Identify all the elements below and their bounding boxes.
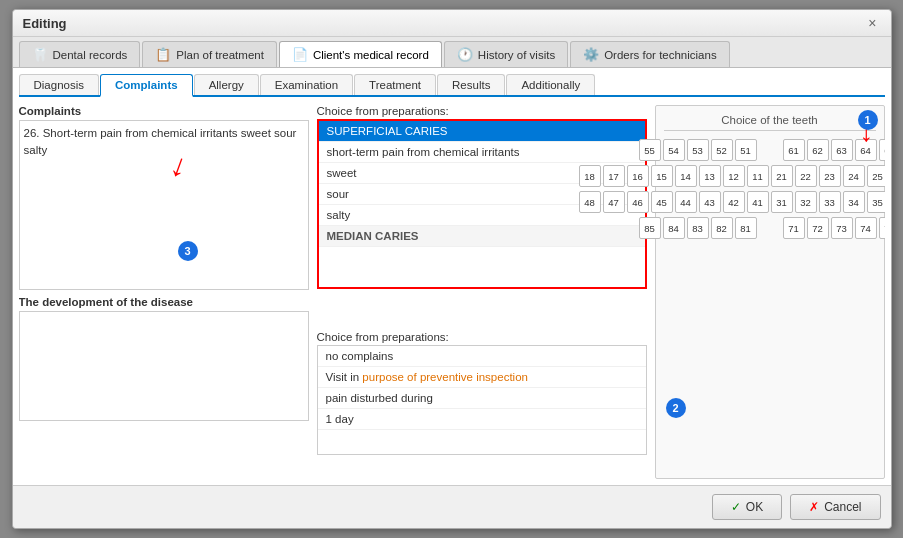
tooth-85[interactable]: 85 <box>639 217 661 239</box>
tooth-31[interactable]: 31 <box>771 191 793 213</box>
tab-orders[interactable]: ⚙️ Orders for technicians <box>570 41 730 67</box>
tooth-63[interactable]: 63 <box>831 139 853 161</box>
tooth-17[interactable]: 17 <box>603 165 625 187</box>
tab-dental-label: Dental records <box>53 49 128 61</box>
tooth-11[interactable]: 11 <box>747 165 769 187</box>
subtab-treatment[interactable]: Treatment <box>354 74 436 95</box>
tooth-24[interactable]: 24 <box>843 165 865 187</box>
tooth-32[interactable]: 32 <box>795 191 817 213</box>
choice1-label: Choice from preparations: <box>317 105 647 117</box>
footer: ✓ OK ✗ Cancel <box>13 485 891 528</box>
tab-plan-label: Plan of treatment <box>176 49 264 61</box>
development-box[interactable] <box>19 311 309 421</box>
tooth-54[interactable]: 54 <box>663 139 685 161</box>
list-item[interactable]: SUPERFICIAL CARIES <box>319 121 645 142</box>
tooth-72[interactable]: 72 <box>807 217 829 239</box>
list-item[interactable]: pain disturbed during <box>318 388 646 409</box>
cancel-label: Cancel <box>824 500 861 514</box>
list-item[interactable]: MEDIAN CARIES <box>319 226 645 247</box>
medical-icon: 📄 <box>292 47 308 62</box>
tooth-45[interactable]: 45 <box>651 191 673 213</box>
development-label: The development of the disease <box>19 296 309 308</box>
teeth-row: 85 84 83 82 81 71 72 73 74 75 <box>639 217 885 239</box>
list-item[interactable]: Visit in purpose of preventive inspectio… <box>318 367 646 388</box>
tooth-83[interactable]: 83 <box>687 217 709 239</box>
choice2-section: Choice from preparations: no complains V… <box>317 331 647 455</box>
list-item[interactable]: 1 day <box>318 409 646 430</box>
complaints-section: Complaints 26. Short-term pain from chem… <box>19 105 309 290</box>
tab-history[interactable]: 🕐 History of visits <box>444 41 568 67</box>
subtab-diagnosis[interactable]: Diagnosis <box>19 74 100 95</box>
tooth-25[interactable]: 25 <box>867 165 885 187</box>
subtab-results[interactable]: Results <box>437 74 505 95</box>
tooth-41[interactable]: 41 <box>747 191 769 213</box>
tooth-55[interactable]: 55 <box>639 139 661 161</box>
tooth-74[interactable]: 74 <box>855 217 877 239</box>
teeth-grid: 55 54 53 52 51 61 62 63 64 65 18 <box>664 139 876 239</box>
tooth-48[interactable]: 48 <box>579 191 601 213</box>
left-panel: Complaints 26. Short-term pain from chem… <box>19 105 309 479</box>
tooth-44[interactable]: 44 <box>675 191 697 213</box>
tooth-18[interactable]: 18 <box>579 165 601 187</box>
tab-dental[interactable]: 🦷 Dental records <box>19 41 141 67</box>
tooth-71[interactable]: 71 <box>783 217 805 239</box>
tooth-14[interactable]: 14 <box>675 165 697 187</box>
tooth-82[interactable]: 82 <box>711 217 733 239</box>
tooth-13[interactable]: 13 <box>699 165 721 187</box>
teeth-row: 48 47 46 45 44 43 42 41 31 32 33 34 35 3… <box>579 191 885 213</box>
cancel-icon: ✗ <box>809 500 819 514</box>
close-button[interactable]: × <box>864 15 880 31</box>
dental-icon: 🦷 <box>32 47 48 62</box>
complaints-text: 26. Short-term pain from chemical irrita… <box>24 125 304 160</box>
tooth-33[interactable]: 33 <box>819 191 841 213</box>
tab-history-label: History of visits <box>478 49 555 61</box>
tooth-47[interactable]: 47 <box>603 191 625 213</box>
tooth-21[interactable]: 21 <box>771 165 793 187</box>
tooth-16[interactable]: 16 <box>627 165 649 187</box>
tooth-15[interactable]: 15 <box>651 165 673 187</box>
ok-button[interactable]: ✓ OK <box>712 494 782 520</box>
orders-icon: ⚙️ <box>583 47 599 62</box>
subtab-additionally[interactable]: Additionally <box>506 74 595 95</box>
tooth-12[interactable]: 12 <box>723 165 745 187</box>
tooth-81[interactable]: 81 <box>735 217 757 239</box>
tooth-43[interactable]: 43 <box>699 191 721 213</box>
tooth-53[interactable]: 53 <box>687 139 709 161</box>
list-item[interactable]: short-term pain from chemical irritants <box>319 142 645 163</box>
annotation-arrow-2: ↑ <box>609 280 625 289</box>
tooth-84[interactable]: 84 <box>663 217 685 239</box>
tooth-42[interactable]: 42 <box>723 191 745 213</box>
plan-icon: 📋 <box>155 47 171 62</box>
tooth-34[interactable]: 34 <box>843 191 865 213</box>
subtab-examination[interactable]: Examination <box>260 74 353 95</box>
tooth-52[interactable]: 52 <box>711 139 733 161</box>
choice-list-2[interactable]: no complains Visit in purpose of prevent… <box>317 345 647 455</box>
teeth-label: Choice of the teeth <box>664 114 876 131</box>
ok-icon: ✓ <box>731 500 741 514</box>
title-bar: Editing × <box>13 10 891 37</box>
tooth-35[interactable]: 35 <box>867 191 885 213</box>
subtab-allergy[interactable]: Allergy <box>194 74 259 95</box>
tooth-62[interactable]: 62 <box>807 139 829 161</box>
complaints-box[interactable]: 26. Short-term pain from chemical irrita… <box>19 120 309 290</box>
annotation-3: 3 <box>178 241 198 261</box>
middle-panel: Choice from preparations: SUPERFICIAL CA… <box>317 105 647 479</box>
tooth-64[interactable]: 64 <box>855 139 877 161</box>
tooth-73[interactable]: 73 <box>831 217 853 239</box>
tab-plan[interactable]: 📋 Plan of treatment <box>142 41 277 67</box>
list-item[interactable]: no complains <box>318 346 646 367</box>
cancel-button[interactable]: ✗ Cancel <box>790 494 880 520</box>
annotation-2: 2 <box>666 398 686 418</box>
complaints-label: Complaints <box>19 105 309 117</box>
tooth-51[interactable]: 51 <box>735 139 757 161</box>
tooth-23[interactable]: 23 <box>819 165 841 187</box>
tooth-22[interactable]: 22 <box>795 165 817 187</box>
subtab-complaints[interactable]: Complaints <box>100 74 193 97</box>
tooth-75[interactable]: 75 <box>879 217 885 239</box>
tab-medical-label: Client's medical record <box>313 49 429 61</box>
tooth-65[interactable]: 65 <box>879 139 885 161</box>
tooth-46[interactable]: 46 <box>627 191 649 213</box>
tab-medical[interactable]: 📄 Client's medical record <box>279 41 442 67</box>
tooth-61[interactable]: 61 <box>783 139 805 161</box>
tooth-gap <box>759 217 781 239</box>
